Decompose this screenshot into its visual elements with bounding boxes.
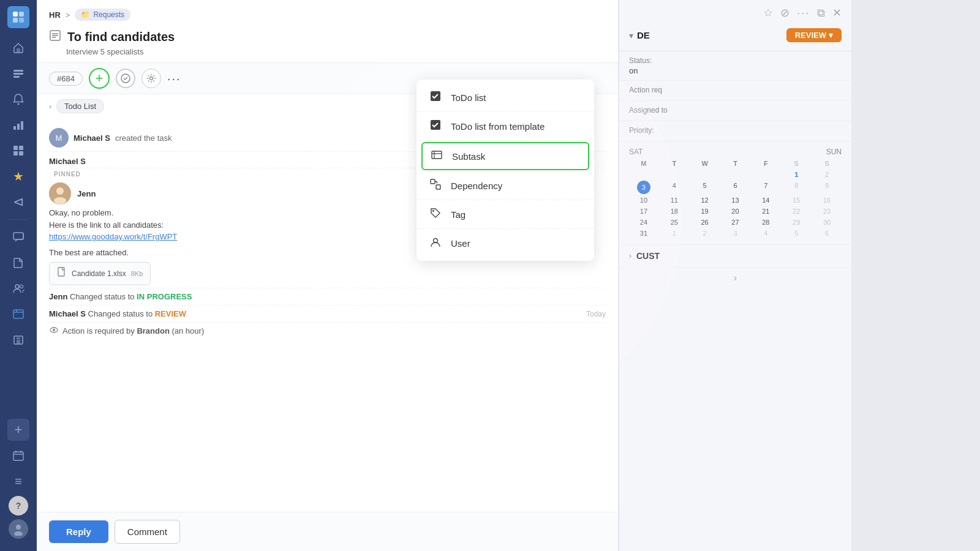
sidebar-item-analytics[interactable] [7,114,29,136]
sidebar-item-help[interactable]: ? [9,496,28,515]
cal-sat: S [782,159,811,168]
activity-name: Michael S [74,133,110,143]
breadcrumb-requests[interactable]: 📁 Requests [75,9,130,21]
candidate-link[interactable]: https://www.goodday.work/t/FrgWPT [49,232,177,241]
sidebar-item-files[interactable] [7,252,29,274]
cal-4[interactable]: 4 [660,181,689,194]
cal-14[interactable]: 14 [751,195,780,205]
cal-13[interactable]: 13 [721,195,750,205]
sidebar-item-tasks[interactable] [7,62,29,84]
cal-8[interactable]: 8 [782,181,811,194]
reply-button[interactable]: Reply [49,520,108,543]
expand-icon[interactable]: ⧉ [817,7,825,20]
task-title-row: To find candidates [49,29,606,45]
cal-next-1[interactable]: 1 [660,228,689,238]
cal-next-3[interactable]: 3 [721,228,750,238]
sidebar-item-home[interactable] [7,37,29,59]
cal-19[interactable]: 19 [690,206,720,216]
add-button[interactable]: + [89,68,110,89]
cal-22[interactable]: 22 [782,206,811,216]
close-icon[interactable]: ✕ [832,6,842,20]
cal-27[interactable]: 27 [721,217,750,227]
cal-15[interactable]: 15 [782,195,811,205]
dropdown-item-subtask[interactable]: Subtask [421,142,589,170]
svg-point-41 [53,329,55,331]
status-change-review-left: Michael S Changed status to REVIEW [49,309,186,318]
sidebar-item-calendar[interactable] [7,444,29,467]
review-badge[interactable]: REVIEW ▾ [786,28,842,42]
sidebar-item-profile[interactable] [9,519,28,539]
cal-5[interactable]: 5 [690,181,720,194]
svg-rect-44 [432,151,442,159]
cal-7[interactable]: 7 [751,181,780,194]
pin-icon[interactable]: ⊘ [780,6,790,20]
sidebar-item-settings[interactable]: ≡ [7,470,29,492]
sidebar-item-grid[interactable] [7,140,29,162]
breadcrumb-requests-label: Requests [93,10,124,19]
dropdown-item-todo-template[interactable]: ToDo list from template [417,112,594,141]
cal-31[interactable]: 31 [629,228,658,238]
assigned-label: Assigned to [629,106,842,114]
cal-next-5[interactable]: 5 [782,228,811,238]
todo-section-chip[interactable]: Todo List [56,99,104,113]
review-label: REVIEW [795,31,826,40]
cal-1[interactable]: 1 [782,170,811,179]
cal-18[interactable]: 18 [660,206,689,216]
action-required: Action is required by Brandon (an hour) [49,323,606,339]
sidebar-item-starred[interactable]: ★ [7,165,29,187]
cal-23[interactable]: 23 [812,206,842,216]
cal-28[interactable]: 28 [751,217,780,227]
dropdown-item-dependency[interactable]: Dependency [417,171,594,200]
cal-29[interactable]: 29 [782,217,811,227]
attachment-candidate[interactable]: Candidate 1.xlsx 8Kb [49,262,151,285]
sidebar-item-people[interactable] [7,277,29,299]
cal-next-4[interactable]: 4 [751,228,780,238]
cal-30[interactable]: 30 [812,217,842,227]
cal-thu: T [721,159,750,168]
collapse-panel[interactable]: › [619,268,851,288]
sidebar-item-back[interactable]: ⊲ [7,191,29,213]
cal-today[interactable]: 3 [637,181,650,194]
cal-24[interactable]: 24 [629,217,658,227]
cal-10[interactable]: 10 [629,195,658,205]
cal-20[interactable]: 20 [721,206,750,216]
comment-button[interactable]: Comment [115,520,180,544]
cal-6[interactable]: 6 [721,181,750,194]
sidebar-item-add[interactable]: + [7,419,29,441]
svg-point-49 [432,210,434,212]
cal-11[interactable]: 11 [660,195,689,205]
sidebar-item-building[interactable] [7,329,29,351]
cal-2[interactable]: 2 [812,170,842,179]
cal-16[interactable]: 16 [812,195,842,205]
gear-button[interactable] [141,69,161,88]
custom-section-header[interactable]: › CUST [619,245,851,268]
more-options-icon[interactable]: ··· [797,7,810,20]
collapse-icon[interactable]: ▾ [629,31,633,40]
cal-empty-5 [751,170,780,179]
svg-rect-15 [19,151,23,156]
sidebar-item-projects[interactable] [7,303,29,325]
dropdown-item-tag[interactable]: Tag [417,200,594,229]
star-icon[interactable]: ☆ [763,6,773,20]
app-logo[interactable] [7,6,29,28]
cal-next-2[interactable]: 2 [690,228,720,238]
cal-empty-1 [629,170,658,179]
dropdown-item-todo-list[interactable]: ToDo list [417,83,594,112]
check-button[interactable] [116,69,135,88]
activity-text: created the task [115,133,172,143]
dropdown-item-user[interactable]: User [417,229,594,257]
sidebar-item-notifications[interactable] [7,88,29,110]
more-button[interactable]: ··· [167,72,181,86]
cal-26[interactable]: 26 [690,217,720,227]
action-req-label: Action req [629,86,842,94]
cal-9[interactable]: 9 [812,181,842,194]
sidebar-item-messages[interactable] [7,226,29,248]
svg-rect-3 [19,18,24,23]
cal-17[interactable]: 17 [629,206,658,216]
cal-21[interactable]: 21 [751,206,780,216]
cal-next-6[interactable]: 6 [812,228,842,238]
cal-25[interactable]: 25 [660,217,689,227]
cal-12[interactable]: 12 [690,195,720,205]
jenn-name: Jenn [77,189,96,198]
svg-rect-0 [13,12,18,17]
